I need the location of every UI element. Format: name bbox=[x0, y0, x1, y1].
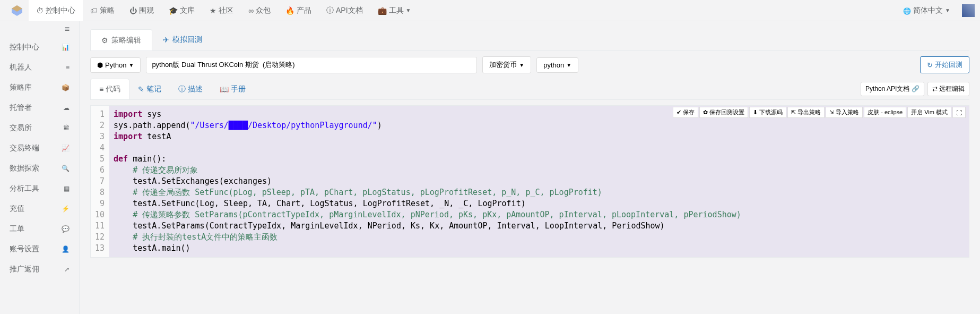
topnav-item[interactable]: ⏱控制中心 bbox=[29, 0, 83, 21]
sidebar-item[interactable]: 分析工具▦ bbox=[0, 179, 79, 199]
sidebar-icon: ⚡ bbox=[62, 205, 70, 213]
language-selector[interactable]: 简体中文 ▼ bbox=[896, 0, 958, 21]
tab-strategy-edit[interactable]: ⚙策略编辑 bbox=[90, 29, 152, 50]
code-line[interactable]: testA.SetParams(ContractTypeIdx, MarginL… bbox=[114, 220, 965, 232]
save-button[interactable]: ✔ 保存 bbox=[673, 107, 698, 118]
topnav-item[interactable]: 🔥产品 bbox=[278, 0, 319, 21]
remote-edit-button[interactable]: ⇄ 远程编辑 bbox=[927, 82, 969, 96]
topnav-item[interactable]: ★社区 bbox=[202, 0, 241, 21]
topnav-item[interactable]: 🎓文库 bbox=[161, 0, 202, 21]
code-line[interactable]: import testA bbox=[114, 131, 965, 142]
sidebar-item[interactable]: 工单💬 bbox=[0, 219, 79, 239]
code-area[interactable]: import syssys.path.append("/Users/████/D… bbox=[109, 106, 969, 257]
line-gutter: 12345678910111213 bbox=[91, 106, 109, 257]
subtab-code[interactable]: ≡代码 bbox=[90, 79, 129, 99]
topnav-item[interactable]: 💼工具 ▼ bbox=[370, 0, 419, 21]
nav-icon: 💼 bbox=[378, 6, 387, 15]
subtabs-row: ≡代码 ✎笔记 ⓘ描述 📖手册 Python API文档 🔗 ⇄ 远程编辑 bbox=[90, 79, 969, 100]
sidebar-icon: 📈 bbox=[62, 145, 70, 152]
sidebar-icon: ≡ bbox=[66, 64, 70, 71]
export-button[interactable]: ⇱ 导出策略 bbox=[787, 107, 825, 118]
code-line[interactable]: # 传递全局函数 SetFunc(pLog, pSleep, pTA, pCha… bbox=[114, 187, 965, 198]
gear-icon: ⚙ bbox=[101, 36, 108, 45]
tab-simulation[interactable]: ✈模拟回测 bbox=[152, 29, 213, 50]
editor-toolbar: ✔ 保存 ✿ 保存回测设置 ⬇ 下载源码 ⇱ 导出策略 ⇲ 导入策略 皮肤 - … bbox=[673, 107, 966, 118]
subtab-notes[interactable]: ✎笔记 bbox=[129, 79, 170, 99]
sidebar: ≡ 控制中心📊机器人≡策略库📦托管者☁交易所🏛交易终端📈数据探索🔍分析工具▦充值… bbox=[0, 21, 80, 314]
strategy-name-input[interactable] bbox=[146, 57, 477, 73]
sidebar-icon: 📊 bbox=[62, 44, 70, 51]
sidebar-item[interactable]: 策略库📦 bbox=[0, 78, 79, 98]
sidebar-icon: 💬 bbox=[62, 225, 70, 233]
main-tabs: ⚙策略编辑 ✈模拟回测 bbox=[90, 29, 969, 51]
topnav-item[interactable]: 🏷策略 bbox=[83, 0, 122, 21]
sidebar-item[interactable]: 托管者☁ bbox=[0, 98, 79, 118]
nav-icon: 🎓 bbox=[169, 6, 178, 15]
sidebar-icon: ▦ bbox=[64, 185, 70, 192]
nav-icon: ⓘ bbox=[326, 6, 334, 15]
language-dropdown[interactable]: ⬢ Python ▼ bbox=[90, 57, 141, 73]
code-line[interactable]: # 传递策略参数 SetParams(pContractTypeIdx, pMa… bbox=[114, 209, 965, 220]
topnav-item[interactable]: ⏻围观 bbox=[122, 0, 161, 21]
avatar[interactable] bbox=[962, 4, 975, 17]
import-button[interactable]: ⇲ 导入策略 bbox=[826, 107, 863, 118]
sidebar-icon: 👤 bbox=[62, 245, 70, 253]
code-line[interactable]: # 传递交易所对象 bbox=[114, 165, 965, 176]
code-line[interactable]: sys.path.append("/Users/████/Desktop/pyt… bbox=[114, 120, 965, 131]
sidebar-toggle[interactable]: ≡ bbox=[0, 21, 79, 37]
vim-button[interactable]: 开启 Vim 模式 bbox=[907, 107, 951, 118]
globe-icon bbox=[903, 6, 911, 15]
download-button[interactable]: ⬇ 下载源码 bbox=[749, 107, 786, 118]
list-icon: ≡ bbox=[99, 85, 103, 94]
nav-icon: 🏷 bbox=[90, 6, 98, 15]
main-panel: ⚙策略编辑 ✈模拟回测 ⬢ Python ▼ 加密货币 ▼ python ▼ ↻… bbox=[80, 21, 980, 314]
lang2-dropdown[interactable]: python ▼ bbox=[536, 57, 578, 73]
nav-icon: ★ bbox=[210, 6, 216, 15]
info-icon: ⓘ bbox=[178, 84, 186, 94]
nav-icon: 🔥 bbox=[285, 6, 294, 15]
sidebar-icon: 📦 bbox=[62, 84, 70, 91]
api-docs-button[interactable]: Python API文档 🔗 bbox=[861, 82, 924, 96]
controls-row: ⬢ Python ▼ 加密货币 ▼ python ▼ ↻ 开始回测 bbox=[90, 56, 969, 73]
topnav-item[interactable]: ⓘAPI文档 bbox=[319, 0, 370, 21]
book-icon: 📖 bbox=[220, 85, 229, 94]
skin-button[interactable]: 皮肤 - eclipse bbox=[864, 107, 906, 118]
code-line[interactable]: testA.SetFunc(Log, Sleep, TA, Chart, Log… bbox=[114, 198, 965, 209]
nav-icon: ⏱ bbox=[36, 6, 44, 15]
sidebar-item[interactable]: 交易所🏛 bbox=[0, 118, 79, 138]
sidebar-item[interactable]: 交易终端📈 bbox=[0, 138, 79, 158]
sidebar-icon: 🔍 bbox=[62, 165, 70, 172]
sidebar-icon: ↗ bbox=[64, 266, 70, 273]
nav-icon: ∞ bbox=[248, 6, 254, 15]
topnav-item[interactable]: ∞众包 bbox=[241, 0, 278, 21]
sidebar-icon: 🏛 bbox=[63, 124, 70, 132]
sidebar-item[interactable]: 控制中心📊 bbox=[0, 37, 79, 57]
save-settings-button[interactable]: ✿ 保存回测设置 bbox=[699, 107, 748, 118]
logo-icon bbox=[11, 4, 23, 17]
sidebar-item[interactable]: 充值⚡ bbox=[0, 199, 79, 219]
plane-icon: ✈ bbox=[163, 36, 169, 44]
market-dropdown[interactable]: 加密货币 ▼ bbox=[482, 56, 531, 73]
nav-icon: ⏻ bbox=[129, 6, 137, 15]
sidebar-item[interactable]: 账号设置👤 bbox=[0, 239, 79, 259]
code-line[interactable]: testA.main() bbox=[114, 243, 965, 254]
code-line[interactable]: def main(): bbox=[114, 154, 965, 165]
sidebar-item[interactable]: 数据探索🔍 bbox=[0, 158, 79, 179]
code-line[interactable] bbox=[114, 142, 965, 154]
top-nav: ⏱控制中心🏷策略⏻围观🎓文库★社区∞众包🔥产品ⓘAPI文档💼工具 ▼ 简体中文 … bbox=[0, 0, 980, 21]
code-line[interactable]: # 执行封装的testA文件中的策略主函数 bbox=[114, 232, 965, 243]
code-editor[interactable]: ✔ 保存 ✿ 保存回测设置 ⬇ 下载源码 ⇱ 导出策略 ⇲ 导入策略 皮肤 - … bbox=[90, 105, 969, 258]
topnav-items: ⏱控制中心🏷策略⏻围观🎓文库★社区∞众包🔥产品ⓘAPI文档💼工具 ▼ bbox=[29, 0, 896, 21]
start-backtest-button[interactable]: ↻ 开始回测 bbox=[920, 56, 969, 73]
subtab-manual[interactable]: 📖手册 bbox=[211, 79, 254, 99]
code-line[interactable]: testA.SetExchanges(exchanges) bbox=[114, 176, 965, 187]
sidebar-item[interactable]: 推广返佣↗ bbox=[0, 259, 79, 279]
pencil-icon: ✎ bbox=[138, 85, 144, 94]
expand-button[interactable]: ⛶ bbox=[952, 107, 966, 118]
sidebar-icon: ☁ bbox=[63, 104, 70, 112]
sidebar-item[interactable]: 机器人≡ bbox=[0, 57, 79, 78]
subtab-description[interactable]: ⓘ描述 bbox=[170, 79, 211, 99]
